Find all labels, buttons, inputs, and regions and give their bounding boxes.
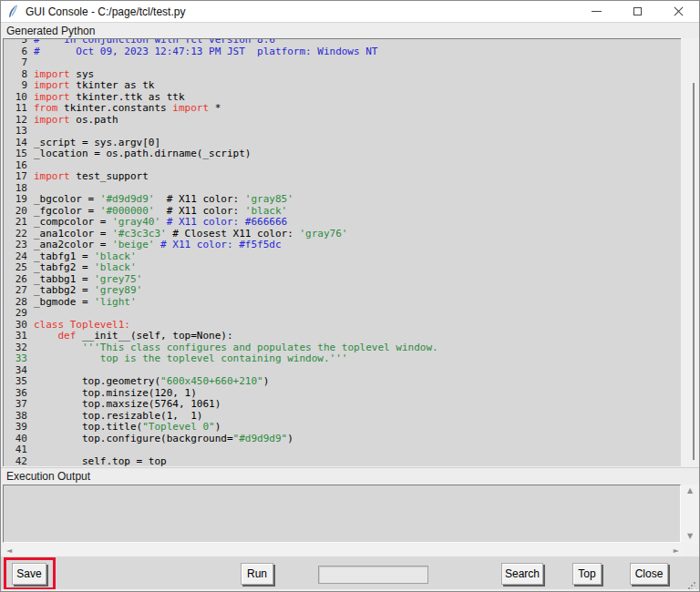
code-text: top.configure(background="#d9d9d9") bbox=[34, 434, 293, 445]
horizontal-scrollbar[interactable]: ◄ ► bbox=[3, 545, 683, 556]
execution-output-area[interactable] bbox=[3, 485, 681, 543]
line-number: 7 bbox=[4, 57, 27, 69]
line-number: 15 bbox=[4, 148, 27, 160]
maximize-button[interactable] bbox=[617, 1, 658, 22]
save-button[interactable]: Save bbox=[12, 563, 46, 585]
line-number: 31 bbox=[4, 331, 27, 342]
line-number: 27 bbox=[4, 285, 27, 297]
code-line: 12import os.path bbox=[4, 115, 681, 127]
code-line: 6# Oct 09, 2023 12:47:13 PM JST platform… bbox=[4, 46, 681, 58]
line-number: 21 bbox=[4, 217, 27, 229]
search-button[interactable]: Search bbox=[501, 563, 543, 585]
generated-python-header: Generated Python bbox=[1, 22, 699, 38]
code-text: _location = os.path.dirname(_script) bbox=[34, 148, 251, 160]
maximize-icon bbox=[633, 7, 642, 15]
generated-python-code-area[interactable]: 5# in conjunction with Tcl version 8.66#… bbox=[3, 38, 681, 466]
code-text: import test_support bbox=[34, 171, 149, 183]
close-button[interactable]: Close bbox=[630, 563, 668, 585]
code-text: # Oct 09, 2023 12:47:13 PM JST platform:… bbox=[34, 46, 378, 58]
scroll-down-icon[interactable]: ▼ bbox=[687, 533, 693, 540]
scroll-up-icon[interactable]: ▲ bbox=[687, 487, 693, 495]
line-number: 11 bbox=[4, 103, 27, 115]
output-vertical-scrollbar[interactable]: ▲ ▼ bbox=[681, 485, 699, 543]
code-text: import os.path bbox=[34, 115, 118, 127]
line-number: 39 bbox=[4, 422, 27, 434]
gui-console-window: GUI Console - C:/page/tcl/test.py Genera… bbox=[0, 0, 700, 592]
line-number: 9 bbox=[4, 80, 27, 92]
line-number: 42 bbox=[4, 456, 27, 467]
code-line: 15_location = os.path.dirname(_script) bbox=[4, 148, 681, 160]
close-icon bbox=[674, 6, 684, 16]
line-number: 23 bbox=[4, 240, 27, 251]
line-number: 17 bbox=[4, 171, 27, 183]
tkinter-feather-icon bbox=[7, 5, 20, 18]
code-line: 17import test_support bbox=[4, 171, 681, 183]
code-line: 7 bbox=[4, 57, 681, 69]
scroll-right-icon[interactable]: ► bbox=[674, 547, 679, 555]
code-line: 33 top is the toplevel containing window… bbox=[4, 353, 681, 365]
line-number: 13 bbox=[4, 126, 27, 138]
window-title: GUI Console - C:/page/tcl/test.py bbox=[26, 5, 185, 18]
code-line: 28_bgmode = 'light' bbox=[4, 297, 681, 309]
code-text: self.top = top bbox=[34, 456, 167, 467]
status-entry[interactable] bbox=[318, 566, 428, 584]
minimize-button[interactable] bbox=[576, 1, 617, 22]
code-lines: 5# in conjunction with Tcl version 8.66#… bbox=[4, 38, 681, 466]
run-button[interactable]: Run bbox=[241, 563, 273, 585]
title-bar[interactable]: GUI Console - C:/page/tcl/test.py bbox=[1, 1, 699, 22]
scroll-left-icon[interactable]: ◄ bbox=[6, 547, 12, 555]
execution-output-label: Execution Output bbox=[1, 470, 90, 483]
execution-output-header: Execution Output bbox=[1, 467, 699, 485]
button-bar: Save Run Search Top Close bbox=[1, 556, 700, 589]
line-number: 41 bbox=[4, 444, 27, 456]
code-vertical-scrollbar[interactable] bbox=[681, 38, 699, 466]
line-number: 35 bbox=[4, 376, 27, 388]
close-window-button[interactable] bbox=[658, 1, 699, 22]
generated-python-label: Generated Python bbox=[1, 25, 95, 37]
line-number: 37 bbox=[4, 399, 27, 411]
line-number: 25 bbox=[4, 262, 27, 274]
line-number: 19 bbox=[4, 194, 27, 206]
code-text: top is the toplevel containing window.''… bbox=[34, 353, 347, 365]
top-button[interactable]: Top bbox=[572, 563, 602, 585]
scrollbar-thumb[interactable] bbox=[693, 83, 695, 460]
code-line: 40 top.configure(background="#d9d9d9") bbox=[4, 434, 681, 445]
minimize-icon bbox=[592, 11, 602, 12]
code-text: _bgmode = 'light' bbox=[34, 297, 137, 309]
line-number: 29 bbox=[4, 308, 27, 320]
code-line: 42 self.top = top bbox=[4, 456, 681, 467]
line-number: 33 bbox=[4, 353, 27, 365]
